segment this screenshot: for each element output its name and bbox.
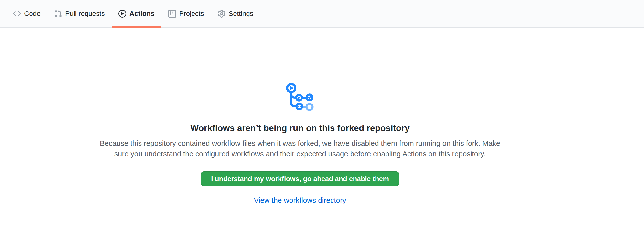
- tab-label: Code: [24, 0, 40, 28]
- workflows-directory-link[interactable]: View the workflows directory: [254, 196, 346, 205]
- tab-label: Actions: [130, 0, 155, 28]
- description-line: Because this repository contained workfl…: [0, 138, 600, 148]
- tab-label: Settings: [229, 0, 253, 28]
- blankslate-heading: Workflows aren’t being run on this forke…: [0, 123, 600, 134]
- enable-workflows-button[interactable]: I understand my workflows, go ahead and …: [201, 171, 399, 186]
- link-row: View the workflows directory: [0, 196, 600, 205]
- tab-settings[interactable]: Settings: [211, 0, 260, 27]
- code-icon: [13, 10, 21, 18]
- git-pull-request-icon: [54, 10, 62, 18]
- tab-actions[interactable]: Actions: [112, 0, 162, 27]
- gear-icon: [218, 10, 226, 18]
- play-circle-icon: [118, 10, 126, 18]
- repo-nav: Code Pull requests Actions Projects Sett…: [0, 0, 644, 28]
- tab-label: Projects: [179, 0, 204, 28]
- tab-projects[interactable]: Projects: [162, 0, 211, 27]
- workflow-graph-icon: [284, 83, 316, 113]
- project-board-icon: [168, 10, 176, 18]
- tab-label: Pull requests: [65, 0, 105, 28]
- description-line: sure you understand the configured workf…: [0, 148, 600, 159]
- active-tab-indicator: [112, 27, 162, 28]
- tab-code[interactable]: Code: [6, 0, 48, 27]
- tab-pull-requests[interactable]: Pull requests: [48, 0, 112, 27]
- actions-blankslate: Workflows aren’t being run on this forke…: [0, 28, 600, 205]
- blankslate-description: Because this repository contained workfl…: [0, 138, 600, 159]
